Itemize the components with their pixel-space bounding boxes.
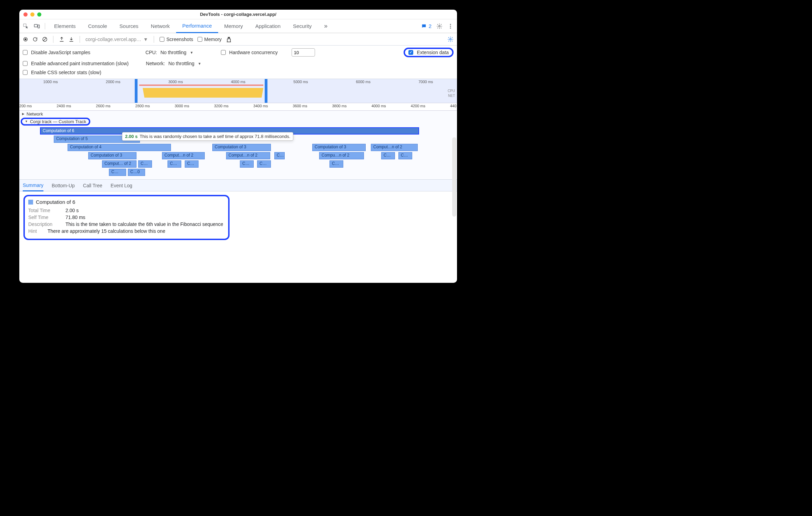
tab-security[interactable]: Security — [287, 19, 318, 33]
total-time-label: Total Time — [28, 208, 60, 213]
ruler-tick: 3200 ms — [214, 104, 229, 108]
hint-label: Hint — [28, 228, 42, 234]
flame-bar[interactable]: C…1 — [381, 152, 395, 159]
device-toolbar-icon[interactable] — [34, 23, 40, 29]
issues-badge[interactable]: 2 — [421, 23, 432, 29]
cpu-throttle-select[interactable]: No throttling▼ — [160, 50, 193, 55]
extension-data-checkbox[interactable]: Extension data — [408, 50, 449, 55]
ruler-tick: 4200 ms — [411, 104, 425, 108]
flame-bar[interactable]: C…1 — [240, 160, 254, 168]
network-throttle-select[interactable]: No throttling▼ — [169, 61, 201, 66]
expand-arrow-icon: ▶ — [22, 112, 24, 116]
flame-bar[interactable]: Comput…n of 2 — [371, 144, 418, 151]
tab-event-log[interactable]: Event Log — [111, 180, 132, 191]
flame-bar[interactable]: C… — [109, 169, 126, 176]
more-tabs-button[interactable]: » — [318, 19, 334, 33]
flame-bar[interactable]: C…1 — [138, 160, 152, 168]
tab-bottom-up[interactable]: Bottom-Up — [52, 180, 75, 191]
flame-bar[interactable]: C… — [185, 160, 199, 168]
overview-window[interactable] — [135, 79, 267, 103]
kebab-menu-icon[interactable] — [447, 23, 454, 29]
flame-bar[interactable]: C…1 — [329, 160, 343, 168]
ruler-tick: 3600 ms — [293, 104, 307, 108]
inspect-element-icon[interactable] — [23, 23, 29, 29]
reload-record-icon[interactable] — [32, 37, 38, 42]
flame-bar[interactable]: Computation of 3 — [88, 152, 136, 159]
flame-bar[interactable]: Computation of 4 — [68, 144, 171, 151]
overview-net-label: NET — [448, 93, 455, 98]
tab-application[interactable]: Application — [249, 19, 287, 33]
svg-line-10 — [43, 38, 46, 41]
minimize-window-button[interactable] — [30, 12, 34, 17]
capture-settings-gear-icon[interactable] — [447, 36, 454, 42]
devtools-tabs: Elements Console Sources Network Perform… — [48, 19, 418, 33]
capture-settings-panel: Disable JavaScript samples CPU: No throt… — [19, 46, 457, 79]
ruler-tick: 3000 ms — [175, 104, 189, 108]
tab-performance[interactable]: Performance — [176, 19, 218, 33]
cpu-throttle-label: CPU: — [145, 50, 157, 55]
description-label: Description — [28, 221, 60, 227]
overview-right-handle[interactable] — [265, 79, 267, 103]
tab-elements[interactable]: Elements — [48, 19, 82, 33]
devtools-window: DevTools - corgi-collage.vercel.app/ Ele… — [19, 10, 457, 283]
tab-memory[interactable]: Memory — [218, 19, 249, 33]
flame-bar[interactable]: C… — [257, 160, 271, 168]
summary-swatch-icon — [28, 200, 33, 205]
overview-strip[interactable]: 1000 ms 2000 ms 3000 ms 4000 ms 5000 ms … — [19, 79, 457, 103]
overview-tick: 1000 ms — [43, 80, 58, 84]
hint-value: There are approximately 15 calculations … — [48, 228, 165, 234]
overview-left-handle[interactable] — [135, 79, 138, 103]
tab-sources[interactable]: Sources — [113, 19, 145, 33]
garbage-collect-icon[interactable] — [226, 36, 232, 42]
flame-bar[interactable]: Comput… of 2 — [102, 160, 136, 168]
svg-point-8 — [24, 38, 26, 40]
flame-bar[interactable]: Computation of 3 — [212, 144, 271, 151]
zoom-window-button[interactable] — [37, 12, 41, 17]
screenshots-checkbox[interactable]: Screenshots — [160, 37, 193, 42]
advanced-paint-checkbox[interactable]: Enable advanced paint instrumentation (s… — [23, 61, 129, 66]
expand-arrow-icon: ▼ — [25, 120, 28, 123]
svg-point-3 — [439, 25, 440, 27]
ruler-tick: 3800 ms — [332, 104, 346, 108]
self-time-value: 71.80 ms — [65, 215, 85, 220]
tab-call-tree[interactable]: Call Tree — [83, 180, 102, 191]
tab-network[interactable]: Network — [145, 19, 176, 33]
svg-rect-0 — [23, 24, 26, 27]
flame-bar[interactable]: Compu…n of 2 — [319, 152, 364, 159]
issues-count: 2 — [429, 23, 432, 29]
flame-bar[interactable]: C…1 — [168, 160, 181, 168]
upload-icon[interactable] — [59, 37, 64, 42]
flame-bar[interactable]: Computation of 3 — [312, 144, 366, 151]
settings-gear-icon[interactable] — [436, 23, 443, 29]
flame-bar[interactable]: C…0 — [128, 169, 145, 176]
flame-chart-area[interactable]: ▶ Network ▼ Corgi track — Custom Track C… — [19, 111, 457, 180]
overview-cpu-label: CPU — [448, 89, 455, 93]
flame-bar[interactable]: C…0 — [398, 152, 412, 159]
memory-checkbox[interactable]: Memory — [197, 37, 222, 42]
flame-bar[interactable]: Comput…n of 2 — [162, 152, 205, 159]
tab-summary[interactable]: Summary — [23, 180, 43, 191]
css-selector-stats-checkbox[interactable]: Enable CSS selector stats (slow) — [23, 70, 101, 75]
detail-ruler[interactable]: 2200 ms2400 ms2600 ms2800 ms3000 ms3200 … — [19, 103, 457, 111]
corgi-track-header[interactable]: Corgi track — Custom Track — [30, 119, 86, 124]
svg-point-6 — [450, 27, 451, 28]
vertical-scrollbar[interactable] — [452, 137, 456, 217]
clear-icon[interactable] — [42, 37, 48, 42]
flame-bar[interactable]: C… — [274, 152, 285, 159]
hardware-concurrency-input[interactable] — [292, 48, 315, 57]
disable-js-samples-checkbox[interactable]: Disable JavaScript samples — [23, 50, 90, 55]
recording-select-label: corgi-collage.vercel.app… — [85, 37, 141, 42]
record-button-icon[interactable] — [23, 37, 28, 42]
hardware-concurrency-checkbox[interactable]: Hardware concurrency — [221, 50, 278, 55]
description-value: This is the time taken to calculate the … — [65, 221, 223, 227]
tooltip-time: 2.00 s — [125, 134, 138, 139]
ruler-tick: 3400 ms — [253, 104, 268, 108]
svg-point-11 — [450, 38, 451, 40]
network-track-header[interactable]: ▶ Network — [19, 111, 457, 117]
flame-bar[interactable]: Comput…n of 2 — [226, 152, 270, 159]
close-window-button[interactable] — [23, 12, 28, 17]
summary-highlight: Computation of 6 Total Time2.00 s Self T… — [23, 195, 230, 240]
download-icon[interactable] — [69, 37, 74, 42]
tab-console[interactable]: Console — [82, 19, 113, 33]
recording-select[interactable]: corgi-collage.vercel.app… ▼ — [85, 37, 148, 42]
